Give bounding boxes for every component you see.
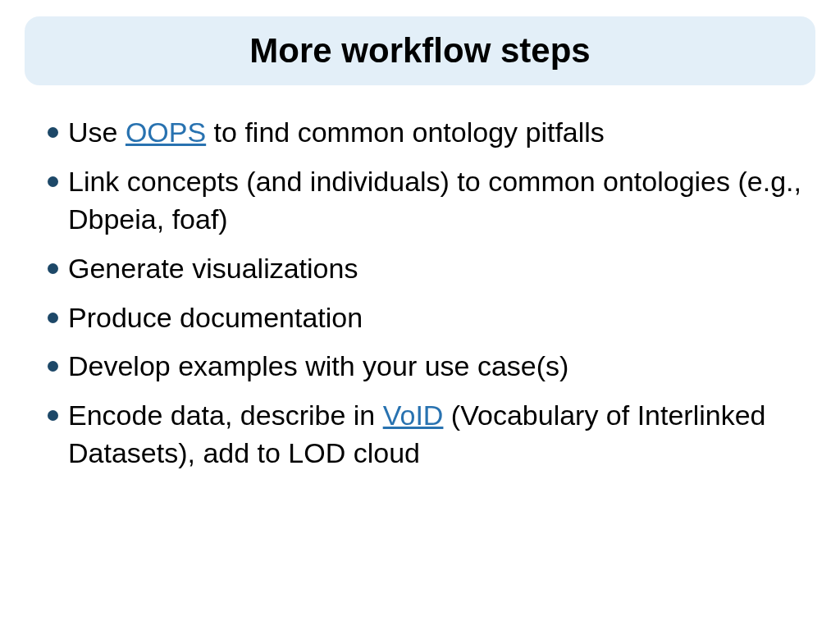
oops-link[interactable]: OOPS xyxy=(126,116,206,148)
text-segment: Encode data, describe in xyxy=(68,399,383,431)
slide-title-bar: More workflow steps xyxy=(25,16,815,85)
bullet-icon xyxy=(48,361,58,372)
list-item: Link concepts (and individuals) to commo… xyxy=(48,163,815,239)
bullet-text: Encode data, describe in VoID (Vocabular… xyxy=(68,397,815,472)
bullet-icon xyxy=(48,263,58,274)
slide-content: Use OOPS to find common ontology pitfall… xyxy=(25,114,815,472)
bullet-icon xyxy=(48,127,58,138)
bullet-icon xyxy=(48,176,58,187)
text-segment: Use xyxy=(68,116,126,148)
slide-title: More workflow steps xyxy=(57,31,783,71)
bullet-text: Generate visualizations xyxy=(68,250,358,288)
list-item: Encode data, describe in VoID (Vocabular… xyxy=(48,397,815,472)
bullet-icon xyxy=(48,313,58,323)
bullet-text: Develop examples with your use case(s) xyxy=(68,348,568,386)
list-item: Develop examples with your use case(s) xyxy=(48,348,815,386)
bullet-text: Link concepts (and individuals) to commo… xyxy=(68,163,815,239)
list-item: Use OOPS to find common ontology pitfall… xyxy=(48,114,815,152)
text-segment: to find common ontology pitfalls xyxy=(206,116,605,148)
void-link[interactable]: VoID xyxy=(383,399,444,431)
list-item: Produce documentation xyxy=(48,299,815,337)
bullet-text: Use OOPS to find common ontology pitfall… xyxy=(68,114,605,152)
list-item: Generate visualizations xyxy=(48,250,815,288)
bullet-text: Produce documentation xyxy=(68,299,363,337)
bullet-icon xyxy=(48,410,58,421)
